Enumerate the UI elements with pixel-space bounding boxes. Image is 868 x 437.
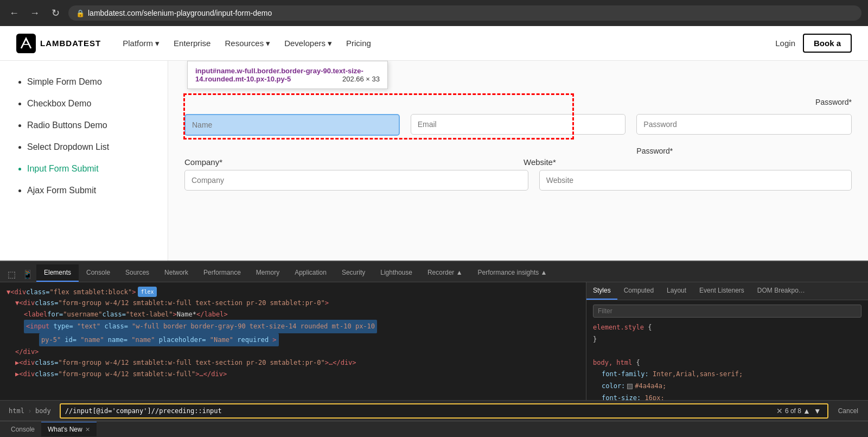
tab-network[interactable]: Network xyxy=(157,264,196,282)
xpath-up-button[interactable]: ▲ xyxy=(801,407,812,415)
password-input[interactable] xyxy=(636,114,852,135)
chevron-down-icon: ▾ xyxy=(266,39,270,48)
nav-pricing[interactable]: Pricing xyxy=(341,35,376,51)
breadcrumb-body[interactable]: body xyxy=(31,405,55,417)
device-icon[interactable]: 📱 xyxy=(19,267,36,282)
tab-memory[interactable]: Memory xyxy=(248,264,287,282)
xpath-count: 6 of 8 xyxy=(785,407,801,415)
url-text: lambdatest.com/selenium-playground/input… xyxy=(88,9,272,17)
devtools-tabs: ⬚ 📱 Elements Console Sources Network Per… xyxy=(0,262,868,282)
tab-performance-insights[interactable]: Performance insights ▲ xyxy=(470,264,555,282)
form-group-website xyxy=(539,170,852,191)
tab-application[interactable]: Application xyxy=(287,264,334,282)
password-label-display: Password* xyxy=(636,147,673,155)
password-label: Password* xyxy=(815,98,852,106)
form-group-password: Password* xyxy=(636,114,852,136)
tab-performance[interactable]: Performance xyxy=(196,264,248,282)
sidebar-item-radio[interactable]: Radio Buttons Demo xyxy=(27,121,151,130)
dom-panel: ▼<div class="flex smtablet:block" > flex… xyxy=(0,282,586,400)
tab-console-bottom[interactable]: Console xyxy=(4,422,41,436)
dom-line-2: ▼<div class= "form-group w-4/12 smtablet… xyxy=(15,297,579,308)
nav-right: Login Book a xyxy=(775,34,852,53)
style-element-close: } xyxy=(593,334,861,346)
chevron-down-icon: ▾ xyxy=(328,39,332,48)
address-bar[interactable]: 🔒 lambdatest.com/selenium-playground/inp… xyxy=(68,5,861,21)
styles-panel: Styles Computed Layout Event Listeners D… xyxy=(586,282,868,400)
name-input[interactable] xyxy=(184,114,400,136)
sidebar-item-input-form[interactable]: Input Form Submit xyxy=(27,164,151,174)
xpath-input[interactable] xyxy=(65,407,776,415)
dom-line-4: <input type= "text" class= "w-full borde… xyxy=(24,320,579,333)
sidebar: Simple Form Demo Checkbox Demo Radio But… xyxy=(0,61,168,261)
sidebar-item-simple-form[interactable]: Simple Form Demo xyxy=(27,77,151,87)
styles-tab-styles[interactable]: Styles xyxy=(586,282,617,300)
style-body-html-rule: body, html { xyxy=(593,357,861,369)
sidebar-item-dropdown[interactable]: Select Dropdown List xyxy=(27,142,151,152)
chevron-down-icon: ▾ xyxy=(155,39,159,48)
logo-text: LAMBDATEST xyxy=(40,39,101,48)
website-input[interactable] xyxy=(539,170,852,191)
main-content: Simple Form Demo Checkbox Demo Radio But… xyxy=(0,61,868,261)
bottom-bar: html › body ✕ 6 of 8 ▲ ▼ Cancel xyxy=(0,400,868,421)
styles-filter-input[interactable] xyxy=(593,305,861,318)
logo-area[interactable]: LAMBDATEST xyxy=(16,34,101,53)
styles-tab-dom-breakpoints[interactable]: DOM Breakpo… xyxy=(751,282,812,300)
book-button[interactable]: Book a xyxy=(803,34,852,53)
styles-tab-event-listeners[interactable]: Event Listeners xyxy=(693,282,751,300)
breadcrumb-html[interactable]: html xyxy=(4,405,29,417)
styles-content: element.style { } body, html { font-fami… xyxy=(586,300,868,400)
nav-resources[interactable]: Resources ▾ xyxy=(219,35,276,52)
xpath-bar: ✕ 6 of 8 ▲ ▼ xyxy=(60,403,828,419)
form-row-1: Password* xyxy=(184,114,852,136)
lambdatest-logo xyxy=(16,34,36,53)
browser-chrome: ← → ↻ 🔒 lambdatest.com/selenium-playgrou… xyxy=(0,0,868,26)
inspect-icon[interactable]: ⬚ xyxy=(4,267,19,282)
flex-badge: flex xyxy=(138,287,156,297)
dom-line-1: ▼<div class="flex smtablet:block" > flex xyxy=(7,287,579,297)
tooltip-size: 202.66 × 33 xyxy=(342,75,380,83)
style-prop-font-size: font-size: 16px; xyxy=(593,392,861,400)
tab-whats-new[interactable]: What's New ✕ xyxy=(41,422,97,436)
company-label: Company* xyxy=(184,157,222,167)
dom-line-4b: py-5" id= "name" name= "name" placeholde… xyxy=(39,333,579,346)
back-button[interactable]: ← xyxy=(7,5,22,21)
tab-recorder[interactable]: Recorder ▲ xyxy=(420,264,470,282)
tab-console[interactable]: Console xyxy=(79,264,118,282)
forward-button[interactable]: → xyxy=(27,5,42,21)
xpath-cancel-button[interactable]: Cancel xyxy=(833,405,864,417)
styles-tab-computed[interactable]: Computed xyxy=(617,282,660,300)
svg-rect-0 xyxy=(16,34,36,53)
tab-close-button[interactable]: ✕ xyxy=(85,426,90,433)
xpath-down-button[interactable]: ▼ xyxy=(812,407,823,415)
reload-button[interactable]: ↻ xyxy=(48,5,63,21)
tab-security[interactable]: Security xyxy=(334,264,373,282)
form-group-company xyxy=(184,170,528,191)
lock-icon: 🔒 xyxy=(76,9,85,17)
devtools-body: ▼<div class="flex smtablet:block" > flex… xyxy=(0,282,868,400)
login-button[interactable]: Login xyxy=(775,39,795,48)
website-label: Website* xyxy=(524,157,556,167)
dom-line-5: </div> xyxy=(15,346,579,357)
nav-enterprise[interactable]: Enterprise xyxy=(168,35,216,51)
sidebar-list: Simple Form Demo Checkbox Demo Radio But… xyxy=(16,77,151,195)
bottom-tabs-bar: Console What's New ✕ xyxy=(0,421,868,437)
nav-developers[interactable]: Developers ▾ xyxy=(279,35,337,52)
top-nav: LAMBDATEST Platform ▾ Enterprise Resourc… xyxy=(0,26,868,61)
company-input[interactable] xyxy=(184,170,528,191)
tab-sources[interactable]: Sources xyxy=(118,264,157,282)
labels-row: Password* xyxy=(184,145,852,155)
form-group-name xyxy=(184,114,400,136)
nav-platform[interactable]: Platform ▾ xyxy=(117,35,165,52)
form-row-2 xyxy=(184,170,852,191)
tooltip-selector: input#name.w-full.border.border-gray-90.… xyxy=(195,67,363,83)
styles-tabs: Styles Computed Layout Event Listeners D… xyxy=(586,282,868,300)
devtools-panel: ⬚ 📱 Elements Console Sources Network Per… xyxy=(0,261,868,437)
xpath-clear-button[interactable]: ✕ xyxy=(776,407,783,415)
form-area: input#name.w-full.border.border-gray-90.… xyxy=(168,61,868,261)
email-input[interactable] xyxy=(411,114,626,135)
sidebar-item-checkbox[interactable]: Checkbox Demo xyxy=(27,99,151,109)
sidebar-item-ajax[interactable]: Ajax Form Submit xyxy=(27,186,151,195)
styles-tab-layout[interactable]: Layout xyxy=(660,282,693,300)
tab-elements[interactable]: Elements xyxy=(36,264,79,282)
tab-lighthouse[interactable]: Lighthouse xyxy=(373,264,420,282)
